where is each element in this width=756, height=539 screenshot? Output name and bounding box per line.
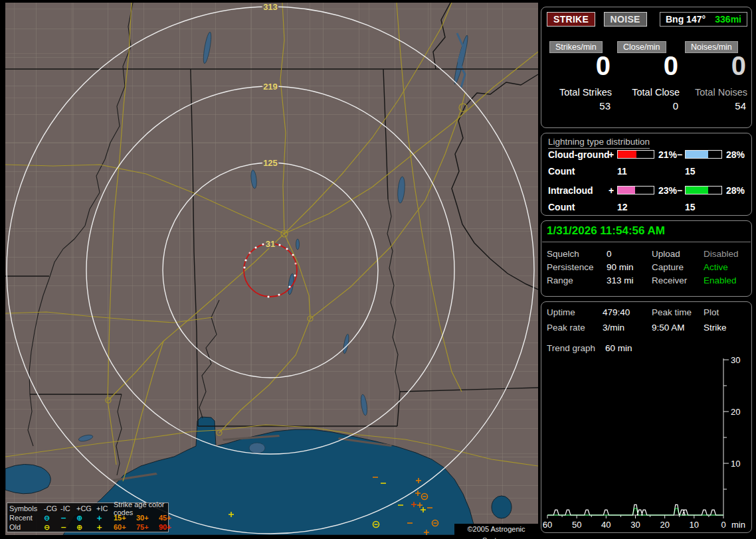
plot-value: Strike [704, 323, 727, 333]
status-label: Upload [652, 249, 680, 259]
cloud-ground-label: Cloud-ground [548, 149, 610, 160]
cg-minus-pct: 28% [726, 149, 745, 160]
bearing-readout: Bng 147° 336mi [660, 12, 747, 27]
legend-ic-plus-icon: + [96, 514, 114, 522]
svg-text:30: 30 [731, 355, 740, 365]
legend-ic-minus-icon: − [60, 523, 76, 532]
map-bay [492, 496, 512, 518]
legend-cg-plus-icon: ⊕ [76, 523, 96, 532]
intracloud-row: Intracloud + 23% − 28% [541, 185, 751, 197]
peak-time-label: Peak time [652, 307, 692, 317]
cg-plus-pct: 21% [658, 149, 677, 160]
legend-cg-plus-icon: ⊕ [76, 514, 96, 522]
strikes-per-min-value: 0 [596, 52, 611, 79]
total-noises-value: 54 [735, 100, 746, 112]
distribution-panel: Lightning type distribution Cloud-ground… [541, 133, 752, 216]
svg-text:60: 60 [543, 520, 552, 530]
strikes-per-min-button[interactable]: Strikes/min [549, 41, 603, 53]
distribution-title: Lightning type distribution [548, 137, 650, 149]
intracloud-label: Intracloud [548, 185, 593, 196]
count-label: Count [548, 166, 575, 177]
count-label: Count [548, 202, 575, 212]
bearing-distance: 336mi [715, 14, 741, 25]
svg-text:10: 10 [690, 520, 699, 530]
legend-age-value: 30+ [136, 514, 159, 522]
noise-button[interactable]: NOISE [604, 12, 647, 27]
ic-plus-pct: 23% [658, 185, 677, 196]
ic-plus-bar [617, 186, 654, 194]
status-value: Enabled [704, 275, 737, 285]
legend-cg-minus-icon: ⊖ [44, 514, 60, 522]
legend-symbol-header: +CG [76, 504, 96, 512]
ic-plus-count: 12 [617, 202, 628, 212]
ring-label-125: 125 [263, 158, 278, 168]
peak-rate-label: Peak rate [547, 323, 585, 333]
status-label: Capture [652, 262, 684, 272]
cg-minus-bar [685, 150, 722, 159]
svg-text:10: 10 [731, 459, 740, 469]
total-strikes-value: 53 [599, 100, 611, 112]
cg-plus-bar [617, 150, 654, 159]
noises-per-min-value: 0 [731, 52, 746, 79]
noises-per-min-button[interactable]: Noises/min [685, 41, 738, 53]
ic-minus-bar [685, 186, 722, 194]
legend-ic-plus-icon: + [96, 523, 114, 532]
legend-symbol-header: -CG [44, 504, 60, 512]
total-noises-label: Total Noises [695, 87, 747, 98]
trend-graph: 1020300102030405060min [543, 355, 753, 532]
svg-text:0: 0 [721, 520, 725, 530]
status-label: Persistence [547, 262, 594, 272]
map-lake [5, 464, 50, 493]
status-value: 90 min [607, 262, 634, 272]
status-label: Range [547, 275, 573, 285]
close-per-min-value: 0 [664, 52, 678, 79]
map-svg: 313 219 125 31 [0, 0, 539, 539]
total-close-label: Total Close [632, 87, 680, 98]
ring-label-31: 31 [266, 239, 275, 249]
cloud-ground-row: Cloud-ground + 21% − 28% [541, 149, 751, 161]
close-per-min-button[interactable]: Close/min [617, 41, 666, 53]
status-panel: 1/31/2026 11:54:56 AM Squelch0UploadDisa… [541, 220, 752, 297]
status-label: Receiver [652, 275, 687, 285]
copyright-text: ©2005 Astrogenic Systems [454, 524, 538, 535]
bearing-label: Bng 147° [666, 14, 706, 25]
cg-plus-count: 11 [617, 166, 627, 177]
trend-graph-label: Trend graph [547, 343, 595, 353]
status-value: Active [704, 262, 728, 272]
legend-age-value: 60+ [114, 523, 136, 531]
cg-minus-count: 15 [685, 166, 696, 177]
legend-ic-minus-icon: − [60, 514, 76, 522]
cg-count-row: Count 11 15 [541, 166, 751, 178]
map-canvas[interactable]: 313 219 125 31 Symbols-CG-IC+CG+ICStrike… [0, 0, 539, 539]
total-close-value: 0 [673, 100, 678, 112]
strike-button[interactable]: STRIKE [547, 12, 595, 27]
legend-age-value: 45+ [159, 514, 181, 522]
ic-count-row: Count 12 15 [541, 202, 751, 214]
legend-row-label: Recent [9, 514, 44, 522]
uptime-value: 479:40 [603, 307, 630, 317]
trend-graph-value: 60 min [605, 343, 632, 353]
legend-symbol-header: +IC [96, 504, 114, 512]
ic-minus-count: 15 [685, 202, 696, 212]
strikes-counter-column: Strikes/min 0 Total Strikes 53 [549, 40, 612, 120]
status-value: 313 mi [607, 275, 634, 285]
ring-label-219: 219 [263, 82, 278, 92]
trend-series-strikes-per-min [547, 504, 723, 515]
legend-age-value: 90+ [159, 523, 181, 531]
map-symbol-legend: Symbols-CG-IC+CG+ICStrike age color code… [7, 502, 169, 532]
ic-minus-pct: 28% [726, 185, 745, 196]
legend-age-value: 75+ [136, 523, 159, 531]
svg-text:min: min [731, 520, 745, 530]
status-label: Squelch [547, 249, 579, 259]
close-counter-column: Close/min 0 Total Close 0 [617, 40, 680, 120]
svg-text:40: 40 [601, 520, 611, 530]
legend-symbols-header: Symbols [9, 504, 44, 512]
total-strikes-label: Total Strikes [559, 87, 612, 98]
plot-label: Plot [704, 307, 719, 317]
peak-time-value: 9:50 AM [652, 323, 685, 333]
status-value: 0 [607, 249, 612, 259]
plus-sign: + [609, 185, 614, 196]
minus-sign: − [677, 185, 682, 196]
datetime-display: 1/31/2026 11:54:56 AM [547, 224, 665, 238]
peak-rate-value: 3/min [603, 323, 624, 333]
